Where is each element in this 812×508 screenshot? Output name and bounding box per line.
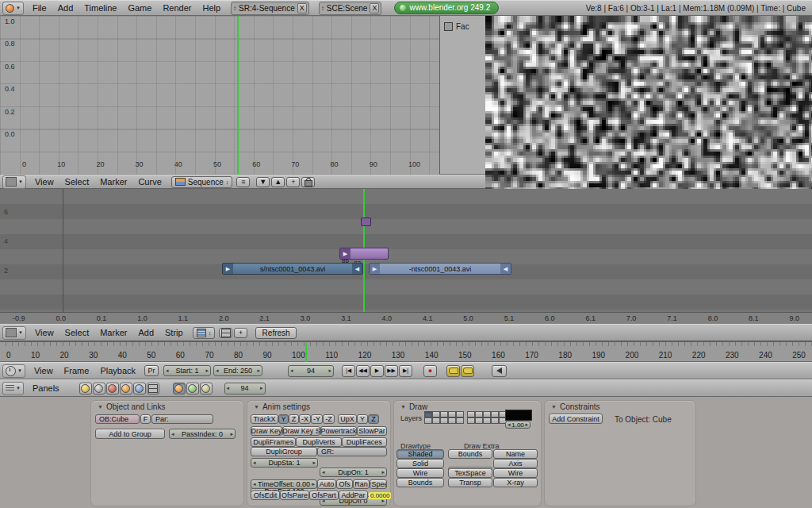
context-logic-button[interactable]: [79, 383, 92, 394]
ofsedit-button[interactable]: OfsEdit: [251, 491, 280, 500]
prspeed-button[interactable]: PrSpeed: [370, 479, 387, 489]
timeoffset-field[interactable]: TimeOffset: 0.00: [251, 479, 317, 489]
zoom-border-button[interactable]: +: [286, 177, 300, 187]
ipo-graph-area[interactable]: 1.00.80.60.40.20.0 010203040506070809010…: [0, 16, 439, 175]
pass-index-field[interactable]: PassIndex: 0: [169, 429, 236, 439]
layer-toggle[interactable]: [475, 418, 483, 424]
snap-button[interactable]: +: [234, 328, 247, 338]
up-z-button[interactable]: Z: [368, 414, 379, 424]
dupliverts-button[interactable]: DupliVerts: [296, 437, 341, 447]
track-negz-button[interactable]: -Z: [323, 414, 335, 424]
context-editing-button[interactable]: [133, 383, 146, 394]
extra-xray-button[interactable]: X-ray: [493, 478, 538, 487]
end-frame-field[interactable]: End: 250: [213, 365, 262, 376]
extra-axis-button[interactable]: Axis: [493, 459, 538, 468]
track-z-button[interactable]: Z: [289, 414, 299, 424]
ipo-window-type-button[interactable]: ▼: [2, 175, 26, 189]
menu-item[interactable]: Marker: [100, 177, 127, 187]
layer-toggle[interactable]: [456, 411, 464, 418]
layer-toggle[interactable]: [491, 418, 499, 424]
start-frame-field[interactable]: Start: 1: [163, 365, 211, 376]
record-button[interactable]: ●: [423, 365, 437, 377]
vse-display-dropdown[interactable]: ↕: [193, 327, 216, 339]
transport-button[interactable]: ▶: [370, 365, 384, 377]
strip-right-handle[interactable]: ◀: [352, 264, 362, 274]
autokey-button[interactable]: [446, 365, 460, 377]
powertrack-button[interactable]: Powertrack: [320, 426, 357, 436]
panel-collapse-icon[interactable]: ▼: [98, 404, 103, 410]
ipo-channel-row[interactable]: Fac: [444, 22, 485, 31]
track-negy-button[interactable]: -Y: [311, 414, 323, 424]
layer-toggle[interactable]: [440, 411, 448, 418]
draw-key-sel-button[interactable]: Draw Key S: [282, 426, 320, 436]
layer-toggle[interactable]: [432, 411, 440, 418]
layer-toggle[interactable]: [483, 411, 491, 418]
layer-toggle[interactable]: [440, 418, 448, 424]
transport-button[interactable]: |◀: [342, 365, 355, 377]
context-script-button[interactable]: [93, 383, 105, 394]
up-x-button[interactable]: UpX: [338, 414, 357, 424]
ofspart-button[interactable]: OfsPart: [309, 491, 339, 500]
menu-item[interactable]: Strip: [165, 328, 183, 337]
menu-item[interactable]: Add: [138, 328, 154, 337]
menu-item[interactable]: Game: [128, 3, 151, 13]
ran-button[interactable]: Ran: [353, 479, 370, 489]
menu-item[interactable]: File: [33, 3, 47, 13]
current-frame-field[interactable]: 94: [224, 383, 266, 394]
transport-button[interactable]: ▶▶: [385, 365, 398, 377]
buttons-window-type-button[interactable]: ▼: [2, 382, 24, 395]
add-to-group-button[interactable]: Add to Group: [95, 429, 165, 439]
layer-toggle[interactable]: [448, 418, 456, 424]
drawtype-wire-button[interactable]: Wire: [396, 468, 444, 478]
vse-window-type-button[interactable]: ▼: [2, 326, 26, 340]
context-object-button[interactable]: [120, 383, 132, 394]
fake-user-button[interactable]: F: [140, 414, 151, 424]
duplifaces-button[interactable]: DupliFaces: [342, 437, 387, 447]
auto-button[interactable]: Auto: [317, 479, 336, 489]
dupsta-field[interactable]: DupSta: 1: [251, 458, 318, 468]
panel-collapse-icon[interactable]: ▼: [551, 404, 557, 410]
group-field[interactable]: GR:: [317, 447, 387, 456]
ofs-button[interactable]: Ofs: [336, 479, 353, 489]
timeline-window-type-button[interactable]: ▼: [2, 364, 25, 378]
context-shading-button[interactable]: [106, 383, 119, 394]
addpar-button[interactable]: AddPar: [339, 491, 368, 500]
menu-item[interactable]: Marker: [100, 328, 127, 337]
panel-collapse-icon[interactable]: ▼: [254, 404, 259, 410]
extra-bounds-button[interactable]: Bounds: [448, 449, 492, 459]
ob-name-field[interactable]: OB:Cube: [95, 414, 140, 424]
layer-toggle[interactable]: [467, 411, 475, 418]
menu-item[interactable]: Add: [58, 3, 74, 13]
drawtype-bounds-button[interactable]: Bounds: [396, 478, 444, 487]
layer-toggle[interactable]: [424, 411, 432, 418]
screen-selector[interactable]: ↕ SR:4-Sequence X: [231, 2, 309, 15]
protect-button[interactable]: [301, 177, 315, 187]
window-type-button[interactable]: ▼: [2, 2, 24, 15]
ipo-current-frame-line[interactable]: [237, 16, 239, 175]
vse-strip-small[interactable]: [361, 217, 371, 226]
layer-toggle[interactable]: [491, 411, 499, 418]
object-color-swatch[interactable]: [505, 410, 532, 421]
slowpar-button[interactable]: SlowPar: [357, 426, 387, 436]
menu-item[interactable]: Curve: [138, 177, 161, 187]
timeline-ruler[interactable]: 0102030405060708090100110120130140150160…: [0, 341, 812, 362]
layer-toggle[interactable]: [432, 418, 440, 424]
menu-item[interactable]: Playback: [100, 366, 136, 375]
extra-name-button[interactable]: Name: [493, 449, 538, 459]
layer-toggle[interactable]: [467, 418, 475, 424]
keyingset-button[interactable]: [461, 365, 474, 377]
layer-toggle[interactable]: [483, 418, 491, 424]
track-y-button[interactable]: Y: [278, 414, 289, 424]
track-negx-button[interactable]: -X: [299, 414, 311, 424]
copy-curve-button[interactable]: ▼: [256, 177, 270, 187]
menu-item[interactable]: View: [34, 366, 53, 375]
scene-selector[interactable]: ↕ SCE:Scene X: [319, 2, 382, 15]
menu-item[interactable]: Help: [202, 3, 220, 13]
vse-movie-strip[interactable]: ▶ s/ntsc0001_0043.avi ◀: [222, 263, 363, 275]
up-y-button[interactable]: Y: [357, 414, 368, 424]
layer-toggle[interactable]: [424, 418, 432, 424]
paste-curve-button[interactable]: ▲: [271, 177, 285, 187]
transport-button[interactable]: ◀◀: [356, 365, 370, 377]
add-constraint-button[interactable]: Add Constraint: [549, 414, 603, 424]
scene-delete-button[interactable]: X: [370, 3, 379, 13]
